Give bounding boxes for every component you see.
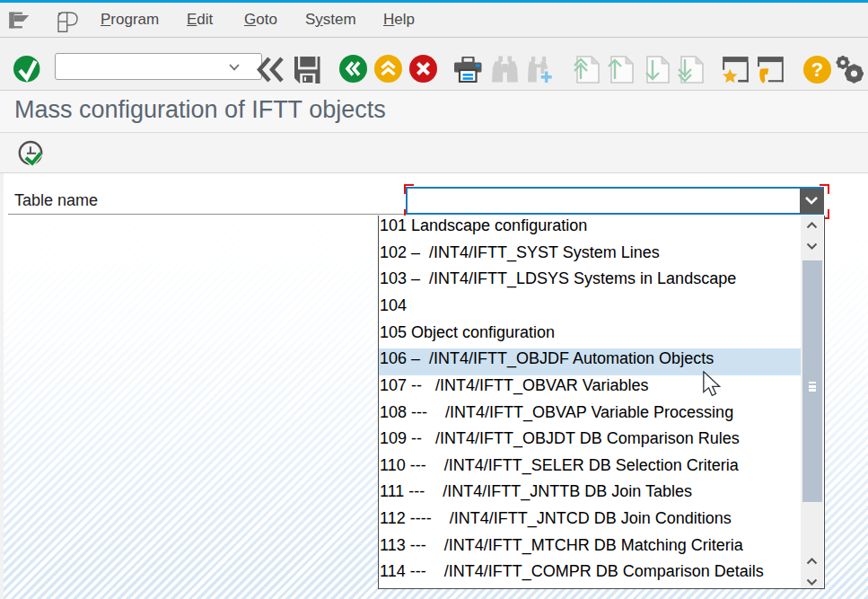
svg-text:?: ?: [811, 58, 823, 81]
